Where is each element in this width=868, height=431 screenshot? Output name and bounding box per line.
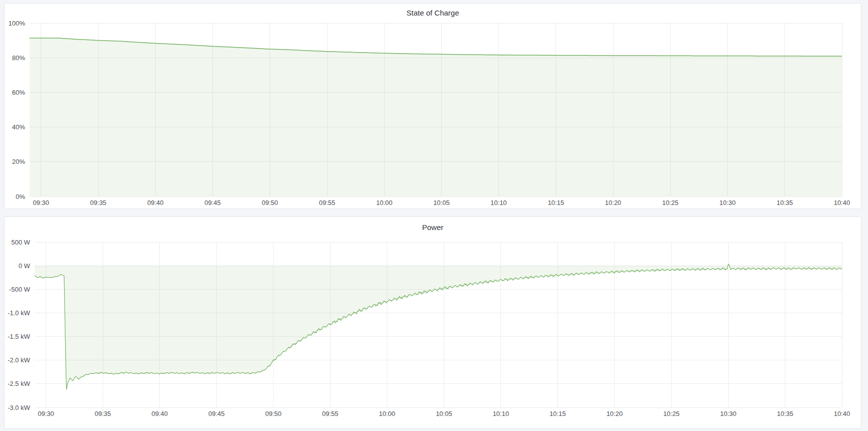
- svg-text:09:35: 09:35: [95, 410, 111, 417]
- svg-text:10:10: 10:10: [493, 410, 509, 417]
- svg-text:-500 W: -500 W: [9, 286, 31, 293]
- svg-text:10:30: 10:30: [719, 199, 736, 206]
- svg-text:500 W: 500 W: [11, 239, 30, 246]
- svg-text:-2.0 kW: -2.0 kW: [8, 356, 31, 364]
- svg-text:10:00: 10:00: [379, 410, 396, 417]
- svg-text:10:15: 10:15: [548, 199, 564, 206]
- svg-text:80%: 80%: [12, 54, 25, 62]
- svg-text:10:20: 10:20: [605, 199, 622, 206]
- series-fill: [30, 38, 842, 196]
- svg-text:-1.0 kW: -1.0 kW: [8, 309, 31, 317]
- panel-title-state-of-charge[interactable]: State of Charge: [5, 9, 861, 18]
- svg-text:-3.0 kW: -3.0 kW: [8, 404, 31, 411]
- panel-state-of-charge: State of Charge 100%80%60%40%20%0%09:300…: [4, 3, 861, 209]
- svg-text:10:30: 10:30: [720, 410, 737, 417]
- svg-text:20%: 20%: [12, 158, 25, 165]
- series-fill: [35, 264, 842, 389]
- svg-text:10:25: 10:25: [663, 410, 680, 417]
- svg-text:09:50: 09:50: [265, 410, 282, 417]
- svg-text:09:55: 09:55: [319, 199, 336, 206]
- svg-text:100%: 100%: [9, 20, 26, 27]
- panel-title-power[interactable]: Power: [5, 223, 861, 232]
- svg-text:09:45: 09:45: [208, 410, 225, 417]
- power-chart[interactable]: 500 W0 W-500 W-1.0 kW-1.5 kW-2.0 kW-2.5 …: [5, 217, 861, 428]
- state-of-charge-chart[interactable]: 100%80%60%40%20%0%09:3009:3509:4009:4509…: [5, 4, 861, 208]
- svg-text:09:50: 09:50: [261, 199, 278, 206]
- svg-text:10:00: 10:00: [376, 199, 393, 206]
- svg-text:0 W: 0 W: [19, 262, 31, 270]
- y-axis-labels: 100%80%60%40%20%0%: [9, 20, 26, 200]
- svg-text:10:35: 10:35: [777, 199, 793, 206]
- svg-text:0%: 0%: [16, 193, 25, 200]
- svg-text:10:40: 10:40: [834, 410, 850, 417]
- svg-text:10:20: 10:20: [607, 410, 623, 417]
- svg-text:10:05: 10:05: [436, 410, 452, 417]
- y-axis-labels: 500 W0 W-500 W-1.0 kW-1.5 kW-2.0 kW-2.5 …: [8, 239, 31, 411]
- svg-text:10:40: 10:40: [834, 199, 850, 206]
- svg-text:09:45: 09:45: [204, 199, 221, 206]
- panel-power: Power 500 W0 W-500 W-1.0 kW-1.5 kW-2.0 k…: [4, 217, 861, 428]
- svg-text:10:05: 10:05: [433, 199, 450, 206]
- svg-text:10:15: 10:15: [549, 410, 566, 417]
- svg-text:40%: 40%: [12, 123, 25, 131]
- svg-text:-2.5 kW: -2.5 kW: [8, 380, 31, 387]
- x-axis-labels: 09:3009:3509:4009:4509:5009:5510:0010:05…: [38, 410, 850, 417]
- svg-text:09:30: 09:30: [38, 410, 54, 417]
- svg-text:60%: 60%: [12, 89, 25, 96]
- svg-text:09:30: 09:30: [33, 199, 50, 206]
- svg-text:09:55: 09:55: [322, 410, 339, 417]
- svg-text:10:10: 10:10: [490, 199, 507, 206]
- x-axis-labels: 09:3009:3509:4009:4509:5009:5510:0010:05…: [33, 199, 850, 206]
- svg-text:10:25: 10:25: [662, 199, 679, 206]
- svg-text:10:35: 10:35: [777, 410, 793, 417]
- svg-text:-1.5 kW: -1.5 kW: [8, 333, 31, 340]
- svg-text:09:40: 09:40: [147, 199, 164, 206]
- svg-text:09:35: 09:35: [90, 199, 107, 206]
- svg-text:09:40: 09:40: [151, 410, 168, 417]
